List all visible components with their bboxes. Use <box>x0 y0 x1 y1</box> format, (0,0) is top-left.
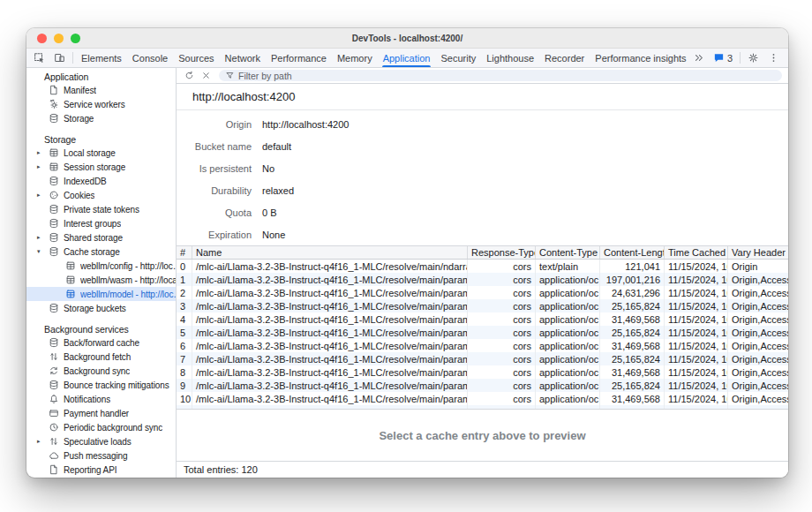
column-header[interactable]: Content-Type <box>536 246 600 259</box>
sidebar-item[interactable]: webllm/config - http://loc… <box>26 259 176 273</box>
cell-name: /mlc-ai/Llama-3.2-3B-Instruct-q4f16_1-ML… <box>192 339 468 352</box>
devtools-tab[interactable]: Performance <box>266 49 332 67</box>
cache-entry-row[interactable]: 4 /mlc-ai/Llama-3.2-3B-Instruct-q4f16_1-… <box>177 312 788 326</box>
cache-entry-row[interactable]: 9 /mlc-ai/Llama-3.2-3B-Instruct-q4f16_1-… <box>177 379 788 392</box>
delete-selected-button[interactable] <box>198 71 214 80</box>
column-header[interactable]: Content-Length <box>600 246 665 259</box>
settings-button[interactable] <box>743 49 763 67</box>
devtools-tab[interactable]: Lighthouse <box>481 49 539 67</box>
sidebar-item[interactable]: ▸ Shared storage <box>26 230 176 245</box>
expander-icon[interactable]: ▸ <box>37 149 49 156</box>
sidebar-item[interactable]: ▸ Cookies <box>26 188 176 202</box>
expander-icon[interactable]: ▸ <box>37 438 49 445</box>
sidebar-item[interactable]: Payment handler <box>26 406 176 420</box>
sidebar-item[interactable]: IndexedDB <box>26 174 176 188</box>
cache-entry-row[interactable]: 0 /mlc-ai/Llama-3.2-3B-Instruct-q4f16_1-… <box>177 260 788 273</box>
sidebar-item-label: Storage <box>64 114 94 124</box>
sidebar-item[interactable]: Notifications <box>26 392 176 406</box>
preview-area: Select a cache entry above to preview <box>177 410 788 461</box>
close-button[interactable] <box>37 34 47 43</box>
sidebar-section-application: Application Manifest Service workers <box>26 71 176 125</box>
expander-icon[interactable]: ▸ <box>37 192 49 199</box>
cell-content-type: application/oc… <box>536 326 600 339</box>
expander-icon[interactable]: ▾ <box>37 248 49 255</box>
cache-entry-row[interactable]: 7 /mlc-ai/Llama-3.2-3B-Instruct-q4f16_1-… <box>177 352 788 365</box>
cache-entry-row[interactable]: 2 /mlc-ai/Llama-3.2-3B-Instruct-q4f16_1-… <box>177 286 788 299</box>
cache-entry-row[interactable]: 6 /mlc-ai/Llama-3.2-3B-Instruct-q4f16_1-… <box>177 339 788 352</box>
database-icon <box>49 380 59 390</box>
devtools-window: DevTools - localhost:4200/ Elements Cons… <box>26 28 788 478</box>
cache-entry-row[interactable]: 5 /mlc-ai/Llama-3.2-3B-Instruct-q4f16_1-… <box>177 326 788 339</box>
cache-entry-row[interactable]: 1 /mlc-ai/Llama-3.2-3B-Instruct-q4f16_1-… <box>177 273 788 286</box>
sidebar-item[interactable]: Bounce tracking mitigations <box>26 378 176 392</box>
devtools-tab[interactable]: Performance insights <box>590 49 688 67</box>
sidebar-item[interactable]: Interest groups <box>26 216 176 230</box>
cell-content-type: application/oc… <box>536 379 600 392</box>
sidebar-item[interactable]: webllm/wasm - http://loca… <box>26 273 176 287</box>
sidebar-item-label: Storage buckets <box>64 304 126 313</box>
sidebar-item[interactable]: ▾ Cache storage <box>26 245 176 259</box>
sidebar-item[interactable]: Storage buckets <box>26 301 176 315</box>
filter-field[interactable] <box>219 70 782 81</box>
sidebar-item[interactable]: ▸ Speculative loads <box>26 434 176 448</box>
minimize-button[interactable] <box>54 34 64 43</box>
sidebar-item[interactable]: Background fetch <box>26 350 176 364</box>
fullscreen-button[interactable] <box>71 34 80 43</box>
device-toolbar-button[interactable] <box>49 49 70 67</box>
column-header[interactable]: Vary Header <box>728 246 788 259</box>
sidebar-item-label: Back/forward cache <box>64 338 139 348</box>
sidebar-item[interactable]: Back/forward cache <box>26 335 176 350</box>
cache-entry-row[interactable]: 3 /mlc-ai/Llama-3.2-3B-Instruct-q4f16_1-… <box>177 299 788 312</box>
refresh-button[interactable] <box>181 71 198 80</box>
devtools-tab[interactable]: Network <box>220 49 266 67</box>
devtools-tab[interactable]: Recorder <box>539 49 590 67</box>
expander-icon[interactable]: ▸ <box>37 234 49 241</box>
devtools-tab[interactable]: Sources <box>173 49 219 67</box>
more-tabs-button[interactable] <box>688 49 709 67</box>
expander-icon[interactable]: ▸ <box>37 163 49 170</box>
menu-button[interactable] <box>763 49 784 67</box>
sidebar-item[interactable]: Periodic background sync <box>26 420 176 434</box>
sidebar-item[interactable]: Storage <box>26 111 176 125</box>
column-header[interactable]: Time Cached <box>665 246 728 259</box>
sidebar-item[interactable]: Private state tokens <box>26 202 176 216</box>
sidebar-item[interactable]: Reporting API <box>26 463 176 477</box>
cell-time-cached: 11/15/2024, 10… <box>665 379 728 392</box>
devtools-tab[interactable]: Console <box>127 49 173 67</box>
tab-label: Performance <box>271 53 327 64</box>
cell-response-type: cors <box>468 260 536 273</box>
column-header[interactable]: # <box>177 246 192 259</box>
sidebar-item-label: Interest groups <box>64 219 121 229</box>
issues-button[interactable]: 3 <box>709 49 737 67</box>
cell-content-length: 31,469,568 <box>600 365 665 379</box>
sidebar-item[interactable]: Background sync <box>26 364 176 378</box>
detail-label: Origin <box>177 119 252 130</box>
tab-label: Lighthouse <box>486 53 534 64</box>
cell-vary-header: Origin,Access… <box>728 339 788 352</box>
table-icon <box>49 147 59 158</box>
devtools-tabbar: Elements Console Sources Network Perform… <box>26 49 788 68</box>
sidebar-item[interactable]: Manifest <box>26 83 176 97</box>
chat-icon <box>713 52 725 64</box>
sidebar-item[interactable]: ▸ Local storage <box>26 146 176 160</box>
cell-name: /mlc-ai/Llama-3.2-3B-Instruct-q4f16_1-ML… <box>192 286 468 299</box>
devtools-tab[interactable]: Security <box>435 49 481 67</box>
devtools-tab[interactable]: Elements <box>76 49 127 67</box>
devtools-tab[interactable]: Application <box>378 49 436 67</box>
sidebar-item[interactable]: Service workers <box>26 97 176 111</box>
cell-name: /mlc-ai/Llama-3.2-3B-Instruct-q4f16_1-ML… <box>192 260 468 273</box>
updown-arrows-icon <box>49 351 59 362</box>
sidebar-item[interactable]: webllm/model - http://loc… <box>26 287 176 301</box>
cache-entry-row[interactable]: 10 /mlc-ai/Llama-3.2-3B-Instruct-q4f16_1… <box>177 392 788 405</box>
inspect-element-button[interactable] <box>29 49 49 67</box>
cell-content-type: application/oc… <box>536 273 600 286</box>
sidebar-item[interactable]: ▸ Session storage <box>26 160 176 174</box>
cache-entry-row[interactable]: 8 /mlc-ai/Llama-3.2-3B-Instruct-q4f16_1-… <box>177 365 788 379</box>
column-header[interactable]: Response-Type <box>468 246 536 259</box>
sidebar-item[interactable]: Push messaging <box>26 448 176 463</box>
filter-input[interactable] <box>238 71 776 81</box>
column-header[interactable]: Name <box>192 246 468 259</box>
devtools-tab[interactable]: Memory <box>332 49 378 67</box>
sidebar-item-label: Notifications <box>64 395 110 404</box>
sidebar-item-label: Push messaging <box>64 451 128 461</box>
